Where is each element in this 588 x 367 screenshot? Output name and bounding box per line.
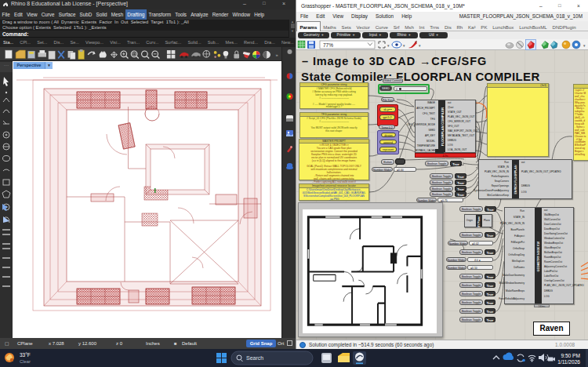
svg-text:Search: Search [246,355,263,361]
svg-text:▾: ▾ [387,43,390,48]
svg-text:▾: ▾ [403,43,405,48]
svg-text:33°F: 33°F [20,352,31,358]
svg-text:Clear: Clear [20,359,31,364]
svg-text:▾: ▾ [419,43,421,48]
svg-text:1/11/2026: 1/11/2026 [557,359,580,365]
svg-text:»: » [276,53,278,57]
svg-text:▾: ▾ [583,43,586,48]
svg-text:77%: 77% [323,42,333,48]
svg-text:9:50 PM: 9:50 PM [561,353,580,358]
